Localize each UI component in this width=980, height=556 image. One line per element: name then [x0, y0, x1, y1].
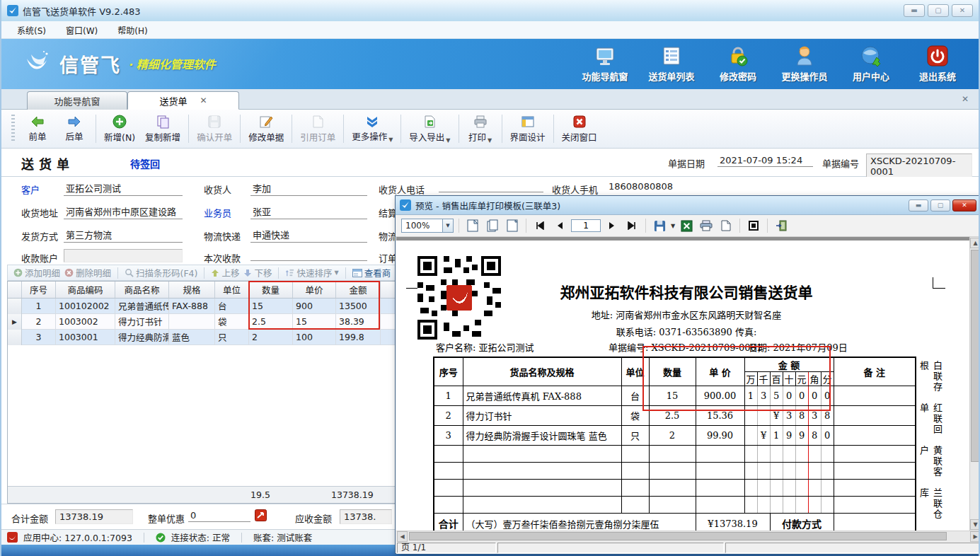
move-down-button[interactable]: 下移: [243, 266, 272, 279]
preview-close-button[interactable]: ✕: [952, 199, 976, 212]
payment-field[interactable]: [250, 249, 367, 261]
table-row[interactable]: 3 1003001 得力经典防滑 蓝色 只 2 100 199.8: [22, 330, 395, 345]
col-code[interactable]: 商品编码: [56, 282, 115, 298]
import-export-button[interactable]: 导入导出▼: [404, 112, 455, 146]
salesman-field[interactable]: 张亚: [250, 204, 367, 219]
change-password-button[interactable]: 修改密码: [707, 45, 769, 83]
receiver-phone-field[interactable]: [439, 180, 543, 192]
page-width-icon: [507, 219, 518, 232]
scrollbar-thumb[interactable]: [971, 250, 980, 462]
account-field[interactable]: [64, 249, 183, 262]
ship-method-field[interactable]: 第三方物流: [64, 227, 183, 243]
row-selector[interactable]: [8, 299, 22, 314]
scan-barcode-button[interactable]: 扫描条形码(F4): [125, 266, 197, 279]
preview-page-area[interactable]: 郑州亚拓软件科技有限公司销售送货单 地址: 河南省郑州市金水区东风路明天财智名座…: [396, 237, 980, 531]
connection-status: 连接状态: 正常: [171, 531, 230, 544]
save-icon: [654, 220, 666, 232]
table-row[interactable]: 1 100102002 兄弟普通纸传 FAX-888 台 15 900 1350…: [22, 299, 395, 314]
scroll-right-icon[interactable]: ▶: [970, 531, 980, 542]
single-page-button[interactable]: [464, 218, 481, 233]
tab-nav-window[interactable]: 功能导航窗: [27, 91, 127, 110]
last-page-button[interactable]: [623, 218, 640, 233]
save-button[interactable]: [651, 218, 668, 233]
copy-new-button[interactable]: 复制新增: [140, 112, 185, 146]
col-amount[interactable]: 金额: [336, 282, 381, 298]
switch-operator-button[interactable]: 更换操作员: [773, 45, 836, 83]
multi-page-button[interactable]: [484, 218, 501, 233]
close-window-button[interactable]: 关闭窗口: [557, 112, 602, 146]
page-number-input[interactable]: [571, 219, 601, 232]
scroll-left-icon[interactable]: ◀: [397, 531, 408, 542]
quick-sort-button[interactable]: 快速排序 ▼: [285, 266, 338, 279]
more-actions-button[interactable]: 更多操作▼: [347, 113, 398, 145]
address-field[interactable]: 河南省郑州市中原区建设路: [64, 204, 183, 219]
doc-status-badge: 待签回: [130, 156, 160, 170]
edit-doc-button[interactable]: 修改单据: [243, 112, 289, 146]
print-button[interactable]: 打印▼: [462, 112, 499, 146]
tabstrip-close-icon[interactable]: ✕: [962, 94, 969, 104]
confirm-button[interactable]: 确认开单: [192, 112, 237, 146]
row-selector-current[interactable]: ▶: [8, 314, 22, 330]
move-up-button[interactable]: 上移: [211, 266, 239, 279]
scrollbar-thumb[interactable]: [409, 532, 947, 540]
exit-preview-button[interactable]: [773, 218, 790, 233]
stop-button[interactable]: [745, 218, 762, 233]
col-price[interactable]: 单价: [293, 282, 336, 298]
first-page-button[interactable]: [531, 218, 548, 233]
view-product-button[interactable]: 查看商: [352, 266, 391, 279]
customer-label[interactable]: 客户: [21, 183, 40, 196]
ui-design-button[interactable]: 界面设计: [505, 112, 550, 146]
express-field[interactable]: 申通快递: [250, 227, 367, 243]
col-unit[interactable]: 单位: [215, 282, 249, 298]
close-red-icon: [572, 115, 587, 129]
menu-system[interactable]: 系统(S): [8, 22, 54, 38]
maximize-button[interactable]: ▢: [928, 4, 949, 17]
col-spec[interactable]: 规格: [169, 282, 215, 298]
table-row[interactable]: 2 1003002 得力订书针 袋 2.5 15 38.39: [22, 314, 395, 330]
preview-maximize-button[interactable]: ▢: [930, 199, 950, 212]
dropdown-caret-icon[interactable]: ▼: [671, 223, 675, 229]
blank-doc-button[interactable]: [717, 218, 734, 233]
ref-order-button[interactable]: 引用订单: [295, 112, 340, 146]
tab-delivery-note[interactable]: 送货单 ✕: [127, 91, 239, 110]
scroll-up-icon[interactable]: ▲: [970, 238, 980, 248]
new-button[interactable]: 新增(N): [99, 112, 140, 146]
list-icon: [660, 45, 683, 67]
col-qty[interactable]: 数量: [249, 282, 293, 298]
prev-doc-button[interactable]: 前单: [19, 113, 56, 145]
menu-help[interactable]: 帮助(H): [109, 22, 156, 38]
app-center-status: 应用中心: 127.0.0.1:7093: [23, 531, 132, 544]
receiver-mobile-field[interactable]: 18608080808: [606, 180, 705, 193]
print-address: 地址: 河南省郑州市金水区东风路明天财智名座: [488, 308, 884, 321]
discount-edit-icon[interactable]: [255, 509, 267, 521]
discount-field[interactable]: 0: [188, 509, 250, 522]
export-excel-button[interactable]: [678, 218, 695, 233]
preview-minimize-button[interactable]: ▬: [909, 199, 928, 212]
preview-vertical-scrollbar[interactable]: ▲ ▼: [969, 237, 980, 531]
print-button[interactable]: [698, 218, 715, 233]
page-width-button[interactable]: [504, 218, 521, 233]
tab-close-icon[interactable]: ✕: [200, 95, 207, 105]
zoom-select[interactable]: 100%▼: [401, 219, 454, 233]
scroll-down-icon[interactable]: ▼: [970, 519, 980, 530]
salesman-label[interactable]: 业务员: [204, 206, 231, 219]
minimize-button[interactable]: ▬: [904, 4, 925, 17]
close-button[interactable]: ✕: [952, 4, 973, 17]
col-seq[interactable]: 序号: [22, 282, 56, 298]
doc-date-field[interactable]: 2021-07-09 15:24: [717, 154, 813, 167]
next-doc-button[interactable]: 后单: [56, 113, 93, 145]
preview-horizontal-scrollbar[interactable]: ◀ ▶: [396, 531, 980, 542]
customer-field[interactable]: 亚拓公司测试: [64, 180, 183, 196]
exit-system-button[interactable]: 退出系统: [906, 45, 969, 83]
delete-detail-button[interactable]: 删除明细: [64, 266, 111, 279]
add-detail-button[interactable]: 添加明细: [13, 266, 60, 279]
prev-page-button[interactable]: [551, 218, 568, 233]
nav-window-button[interactable]: 功能导航窗: [574, 45, 636, 83]
col-name[interactable]: 商品名称: [115, 282, 169, 298]
user-center-button[interactable]: 用户中心: [840, 45, 902, 83]
delivery-list-button[interactable]: 送货单列表: [640, 45, 703, 83]
menu-window[interactable]: 窗口(W): [57, 22, 106, 38]
receiver-field[interactable]: 李加: [250, 180, 367, 196]
row-selector[interactable]: [8, 330, 22, 345]
next-page-button[interactable]: [604, 218, 621, 233]
